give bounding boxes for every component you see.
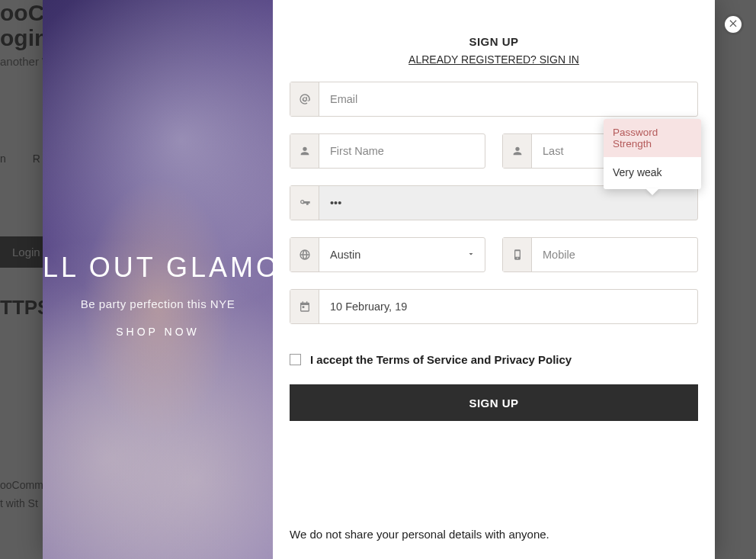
switch-to-signin-link[interactable]: ALREADY REGISTERED? SIGN IN [408, 53, 579, 66]
signup-button[interactable]: SIGN UP [290, 384, 698, 421]
dob-input[interactable]: 10 February, 19 [319, 290, 697, 323]
form-header: SIGN UP ALREADY REGISTERED? SIGN IN [290, 35, 698, 66]
password-field-wrap: ••• [290, 185, 698, 220]
form-panel: Password Strength Very weak SIGN UP ALRE… [273, 0, 715, 559]
country-select[interactable]: Austin [319, 238, 485, 271]
person-icon [503, 134, 532, 168]
tooltip-header: Password Strength [604, 119, 701, 157]
close-button[interactable] [722, 14, 744, 35]
person-icon [290, 134, 319, 168]
email-field-wrap [290, 82, 698, 117]
promo-subheadline: Be party perfection this NYE [43, 297, 273, 310]
close-icon [728, 18, 738, 31]
password-input[interactable]: ••• [319, 186, 697, 220]
tos-row: I accept the Terms of Service and Privac… [290, 353, 698, 366]
tooltip-body: Very weak [604, 157, 701, 189]
promo-panel: LL OUT GLAMOU Be party perfection this N… [43, 0, 273, 559]
promo-text: LL OUT GLAMOU Be party perfection this N… [43, 252, 273, 338]
privacy-note: We do not share your personal details wi… [290, 512, 698, 541]
email-input[interactable] [319, 82, 697, 116]
password-strength-tooltip: Password Strength Very weak [604, 119, 701, 189]
phone-icon [503, 238, 532, 271]
promo-cta[interactable]: SHOP NOW [43, 326, 273, 338]
dob-field-wrap: 10 February, 19 [290, 289, 698, 324]
first-name-input[interactable] [319, 134, 485, 168]
tos-checkbox[interactable] [290, 354, 301, 365]
mobile-input[interactable] [532, 238, 697, 271]
promo-headline: LL OUT GLAMOU [43, 252, 273, 284]
at-icon [290, 82, 319, 116]
globe-icon [290, 238, 319, 271]
country-field-wrap: Austin [290, 237, 485, 272]
signup-modal: LL OUT GLAMOU Be party perfection this N… [43, 0, 715, 559]
form-title: SIGN UP [290, 35, 698, 48]
mobile-field-wrap [502, 237, 698, 272]
first-name-field-wrap [290, 133, 485, 169]
key-icon [290, 186, 319, 220]
calendar-icon [290, 290, 319, 323]
tos-label: I accept the Terms of Service and Privac… [310, 353, 572, 366]
